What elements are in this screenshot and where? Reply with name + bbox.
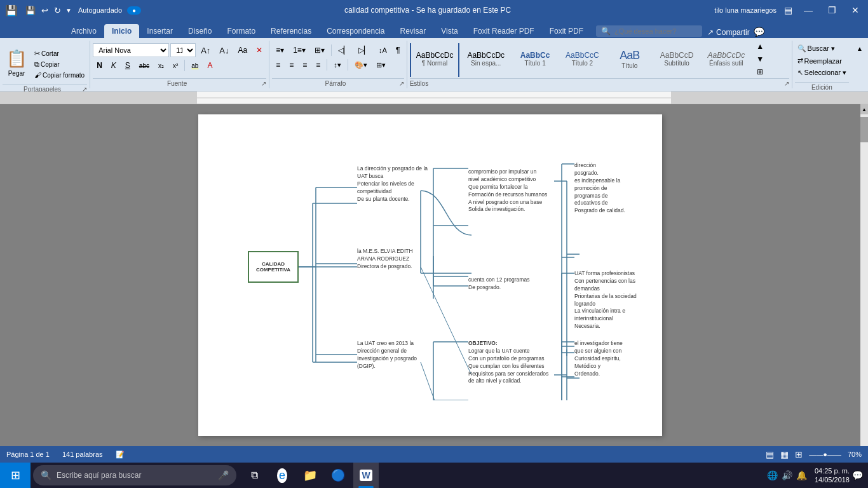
ribbon-search-input[interactable] [614, 27, 697, 35]
style-enfasis-sutil[interactable]: AaBbCcDc Énfasis sutil [701, 43, 751, 77]
text-highlight-button[interactable]: ab [187, 60, 202, 71]
font-case-button[interactable]: Aa [234, 44, 251, 57]
estilos-expand-icon[interactable]: ↗ [784, 80, 789, 87]
style-titulo1[interactable]: AaBbCc Título 1 [512, 43, 558, 77]
cut-button[interactable]: ✂ Cortar [32, 48, 87, 59]
windows-logo-icon: ⊞ [11, 468, 20, 482]
tab-insertar[interactable]: Insertar [139, 24, 180, 38]
align-left-button[interactable]: ≡ [272, 58, 284, 71]
minimize-button[interactable]: — [800, 5, 817, 15]
tab-vista[interactable]: Vista [433, 24, 465, 38]
autoguardado-toggle[interactable]: ● [127, 6, 141, 15]
taskbar-app-edge[interactable]: e [269, 463, 295, 488]
fuente-expand-icon[interactable]: ↗ [261, 80, 266, 87]
increase-indent-button[interactable]: ▷▏ [355, 44, 374, 57]
style-sin-espacio[interactable]: AaBbCcDc Sin espa... [461, 43, 511, 77]
taskbar-clock[interactable]: 04:25 p. m. 14/05/2018 [815, 466, 850, 485]
italic-button[interactable]: K [107, 59, 120, 72]
tab-archivo[interactable]: Archivo [64, 24, 104, 38]
taskbar-notification-button[interactable]: 💬 [852, 470, 863, 480]
taskbar-mic-icon[interactable]: 🎤 [218, 470, 229, 480]
border-button[interactable]: ⊞▾ [372, 59, 390, 71]
buscar-button[interactable]: 🔍 Buscar ▾ [795, 43, 837, 54]
taskbar-app-chrome[interactable]: 🔵 [325, 463, 351, 488]
start-button[interactable]: ⊞ [0, 463, 31, 488]
ribbon-collapse-button[interactable]: ▲ [853, 43, 867, 54]
comment-icon[interactable]: 💬 [754, 27, 764, 37]
vertical-scrollbar[interactable]: ▲ [860, 104, 868, 446]
copy-button[interactable]: ⧉ Copiar [32, 59, 87, 70]
strikethrough-button[interactable]: abc [135, 60, 153, 71]
superscript-button[interactable]: x² [169, 60, 182, 71]
tab-formato[interactable]: Formato [219, 24, 263, 38]
taskbar-search[interactable]: 🔍 Escribe aquí para buscar 🎤 [33, 465, 236, 485]
autoguardado-label: Autoguardado [78, 6, 122, 14]
font-family-select[interactable]: Arial Nova [93, 43, 169, 57]
taskbar-network-icon[interactable]: 🌐 [767, 470, 778, 480]
multilevel-button[interactable]: ⊞▾ [311, 44, 329, 57]
font-shrink-button[interactable]: A↓ [215, 44, 233, 57]
bold-button[interactable]: N [93, 59, 106, 72]
paste-button[interactable]: 📋 Pegar [3, 46, 31, 80]
tab-correspondencia[interactable]: Correspondencia [319, 24, 392, 38]
tab-referencias[interactable]: Referencias [263, 24, 319, 38]
styles-scroll-down[interactable]: ▼ [752, 53, 768, 65]
fill-color-button[interactable]: 🎨▾ [351, 59, 371, 71]
ribbon-toggle-icon[interactable]: ▤ [784, 5, 792, 15]
taskbar-app-explorer[interactable]: 📁 [297, 463, 323, 488]
parrafo-expand-icon[interactable]: ↗ [399, 80, 404, 87]
taskbar-app-taskview[interactable]: ⧉ [241, 463, 267, 488]
align-center-button[interactable]: ≡ [285, 58, 297, 71]
undo-icon[interactable]: ↩ [39, 4, 51, 17]
tab-diseno[interactable]: Diseño [180, 24, 219, 38]
font-size-select[interactable]: 11 [170, 43, 196, 57]
restore-button[interactable]: ❐ [824, 5, 840, 15]
show-marks-button[interactable]: ¶ [392, 43, 404, 57]
sort-button[interactable]: ↕A [375, 44, 391, 56]
scroll-up-button[interactable]: ▲ [860, 104, 868, 114]
font-grow-button[interactable]: A↑ [197, 44, 214, 57]
dropdown-icon[interactable]: ▼ [64, 6, 73, 15]
save-quick-icon[interactable]: 💾 [23, 4, 38, 17]
clear-format-button[interactable]: ✕ [252, 44, 266, 57]
taskbar-sound-icon[interactable]: 🔊 [782, 470, 792, 480]
taskbar-notification-icon[interactable]: 🔔 [796, 470, 807, 480]
view-web-button[interactable]: ⊞ [795, 449, 803, 459]
style-subtitulo[interactable]: AaBbCcD Subtítulo [654, 43, 700, 77]
document-area[interactable]: CALIDAD COMPETITIVA La dirección y posgr… [0, 104, 860, 446]
scroll-thumb[interactable] [860, 117, 868, 142]
view-normal-button[interactable]: ▤ [766, 449, 774, 459]
subscript-button[interactable]: x₂ [154, 60, 168, 71]
bullets-button[interactable]: ≡▾ [272, 44, 288, 57]
share-button[interactable]: Compartir [716, 28, 750, 37]
justify-button[interactable]: ≡ [312, 58, 324, 71]
proofing-icon[interactable]: 📝 [116, 451, 125, 459]
view-layout-button[interactable]: ▦ [780, 449, 789, 459]
close-button[interactable]: ✕ [848, 5, 863, 15]
tab-foxit-pdf[interactable]: Foxit PDF [542, 24, 591, 38]
tab-inicio[interactable]: Inicio [104, 24, 139, 38]
numbering-button[interactable]: 1≡▾ [289, 44, 309, 57]
style-titulo2[interactable]: AaBbCcC Título 2 [559, 43, 606, 77]
style-normal[interactable]: AaBbCcDc ¶ Normal [410, 43, 460, 77]
seleccionar-button[interactable]: ↖ Seleccionar ▾ [795, 67, 850, 78]
copyformat-icon: 🖌 [34, 71, 41, 79]
branch1-text: La dirección y posgrado de la UAT busca … [357, 165, 430, 203]
taskbar-app-word[interactable]: W [353, 463, 379, 488]
copyformat-button[interactable]: 🖌 Copiar formato [32, 70, 87, 80]
align-right-button[interactable]: ≡ [299, 58, 311, 71]
redo-icon[interactable]: ↻ [51, 4, 64, 17]
decrease-indent-button[interactable]: ◁▏ [334, 44, 353, 57]
line-spacing-button[interactable]: ↕▾ [330, 59, 345, 71]
tab-revisar[interactable]: Revisar [393, 24, 434, 38]
ruler-text-area[interactable] [197, 92, 671, 104]
zoom-slider[interactable]: ——●—— [809, 451, 841, 458]
tab-foxit-reader[interactable]: Foxit Reader PDF [466, 24, 542, 38]
taskbar-right: 🌐 🔊 🔔 04:25 p. m. 14/05/2018 💬 [757, 466, 868, 485]
reemplazar-button[interactable]: ⇄ Reemplazar [795, 55, 844, 66]
font-color-button[interactable]: A [203, 59, 216, 72]
underline-button[interactable]: S [121, 59, 134, 72]
styles-scroll-up[interactable]: ▲ [752, 43, 768, 53]
styles-expand[interactable]: ⊞ [752, 65, 768, 78]
style-titulo[interactable]: AaB Título [607, 43, 653, 77]
